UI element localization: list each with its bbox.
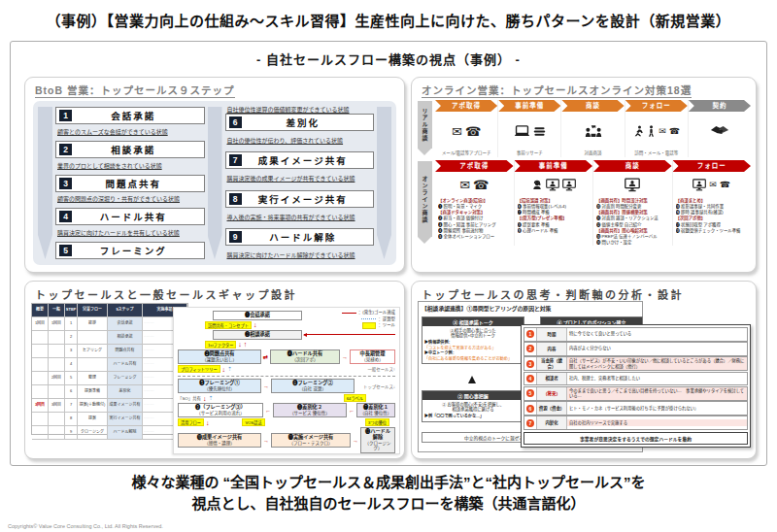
cell-round: [32, 426, 49, 439]
online-notes-4: 【商談まとめ】⓯ 投影議事録・共同作業⓰ 即時 議事録共有(確認)【次回アポ他】…: [673, 197, 752, 234]
copyright: Copyrights© Value Core Consulting Co., L…: [8, 523, 163, 529]
red-right-arrow: →: [342, 354, 348, 360]
hurdle-row: 2 内容 内容がよく分からない: [524, 342, 748, 356]
gap-panel-title: トップセールスと一般セールスギャップ設計: [25, 282, 404, 302]
red-right-arrow: →: [263, 438, 269, 444]
hurdle-row: 5 （将来） 今のままで良いと思う／そこまで高い目標を持っていない… 事業承継や…: [524, 386, 748, 401]
hurdle-category: （将来）: [536, 387, 567, 400]
stage-chevron: アポ取得: [435, 100, 497, 112]
legend-row: ：逆算型: [342, 316, 395, 323]
cell-round: [32, 331, 49, 344]
gap-panel: トップセールスと一般セールスギャップ設計 概要一般STEP営業フロー9ステップ実…: [24, 281, 405, 459]
tool-label: 訪問共有・コンセプト: [205, 321, 252, 329]
cell-round: 3回目: [32, 399, 49, 412]
gap-flowchart: ：(発生)ゴール達成 ：逆算型 ：ツール ❶会話承諾 訪問共有・コンセプト↓ ❷…: [173, 307, 400, 454]
hurdle-number-badge: 5: [524, 389, 536, 397]
tool-label: プロフィットツリー: [178, 365, 220, 373]
stage-chevron: 商談: [593, 160, 672, 172]
hurdle-category: 相談者: [536, 373, 567, 385]
hurdle-number-badge: 1: [524, 330, 536, 338]
cell-flow: ヒアリング: [78, 345, 108, 357]
gap-header-cell: 9ステップ: [108, 304, 143, 316]
step-box: 9 ハードル解除: [225, 228, 375, 246]
handshake-icon: [710, 124, 729, 138]
hurdle-category: 当金庫（競合）: [536, 357, 567, 370]
cell-9step: 相談承諾: [108, 331, 143, 344]
gap-table-row: 3回目 3回目 7 提案(＋動機付) 成果イメージ共有 ········: [32, 399, 187, 413]
gap-table-row: 6 提案準備 差別化 ········: [32, 385, 187, 399]
hurdle-category: 内容: [536, 343, 567, 355]
step-description: 購買決定に向けたハードル解除ができている状態: [225, 252, 375, 259]
online-notes-3: 【画面共有】時間設計対策❿ 対面別 時間配分変更【画面共有】関係構築対策⓫ 対面…: [593, 197, 672, 246]
cell-flow: [78, 358, 108, 371]
monitor-person-icon: [693, 179, 706, 191]
tool-label: 3つの優位: [365, 418, 389, 426]
walking-person-icon: [647, 125, 656, 137]
legend-label: ：(発生)ゴール達成: [358, 310, 395, 316]
hurdle-row: 1 時期 特に今でなくて良いと思っている: [524, 327, 748, 342]
stage-chevron: 事前準備: [515, 160, 593, 172]
cell-round: [32, 385, 49, 398]
step-label: ハードル共有: [75, 210, 204, 223]
flow-box-9: ❾（フレーミング③）（サービス利用の流れ）: [178, 403, 263, 417]
note-line: ⓮ 問いかけ・設定: [596, 240, 670, 246]
flow-box-2: ❷相談承諾: [213, 330, 302, 340]
hurdle-row: 7 内製化 自社の社内リソースで実施する: [524, 416, 748, 430]
red-down-arrow: ↓: [238, 341, 242, 348]
online-panel-title: オンライン営業：トップセールスオンライン対策18選: [412, 78, 756, 97]
black-up-arrow: [468, 376, 476, 383]
cell-step: 7: [65, 399, 78, 412]
online-row: オンライン商談 アポ取得 ✉ ☎ 【オンライン商談(環境)】❶ 照明・背景・マイ…: [418, 160, 751, 246]
stage-chevron: 契約: [689, 100, 751, 112]
hurdle-text: 社内、税理士、実務者等と相談したい: [567, 375, 747, 382]
cell-visit: 2回目: [49, 372, 65, 384]
steps-column-2-items: 6 差別化 自社の優位性が伝わり、評価されている状態 7 成果イメージ共有 購買…: [225, 114, 375, 259]
blue-up-arrow: ⇡: [208, 395, 213, 401]
red-long-arrow: [304, 334, 395, 335]
red-down-arrow: ↓: [222, 366, 226, 373]
legend-label: ：ツール: [378, 322, 395, 329]
cell-round: [32, 372, 49, 384]
gap-table-header: 概要一般STEP営業フロー9ステップ実施事項: [32, 304, 187, 317]
stage-chevron: フォロー: [625, 100, 688, 112]
document-stack-icon: [533, 126, 546, 137]
hurdle-text: 今のままで良いと思う／そこまで高い目標を持っていない… 事業承継やリタイアを検討…: [567, 387, 747, 400]
tool-label: 活用フロー: [178, 418, 204, 426]
step-box: 1 会話承諾: [55, 107, 205, 124]
real-col-appointment: アポ取得 ✉ ☎ メール/電話等アプローチ: [435, 100, 497, 157]
online-panel: オンライン営業：トップセールスオンライン対策18選 リアル商談 アポ取得 ✉ ☎…: [411, 77, 757, 273]
step-box: 8 実行イメージ共有: [225, 190, 375, 208]
hurdle-category: 内製化: [536, 416, 567, 429]
step-label: 差別化: [245, 116, 374, 129]
flow-box-longterm: 中長期管理（見極め）: [350, 349, 395, 364]
flow-box-10: ❿成果イメージ共有（感情・論理）: [178, 433, 261, 448]
step-number: 1: [59, 110, 72, 121]
online-row-label: オンライン商談: [418, 161, 432, 237]
interest-box: ② 関心事把握 ② お客様の関心(不安)を把握し、 相談承諾獲得に繋げる ▶例「…: [422, 390, 524, 422]
legend-label: ：逆算型: [378, 316, 395, 323]
online-col-preparation: 事前準備 【環境認識 対策】❻ 事前情報収集(レベル4)❼ 時間構成 準備【(双…: [514, 160, 593, 246]
hurdle-number-badge: 6: [524, 405, 536, 413]
hurdle-table: 1 時期 特に今でなくて良いと思っている 2 内容 内容がよく分からない 3 当…: [521, 324, 751, 448]
step-number: 8: [229, 193, 242, 205]
stage-caption: メール/電話等アプローチ: [435, 150, 497, 157]
red-right-arrow: →: [353, 438, 358, 444]
gap-mini-table: 概要一般STEP営業フロー9ステップ実施事項 1回目 1回目 1 挨拶 会話承諾…: [31, 303, 188, 435]
hurdle-row: 4 相談者 社内、税理士、実務者等と相談したい: [524, 372, 748, 386]
step-description: 業界のプロとして相談をされている状態: [55, 163, 205, 170]
gap-header-cell: 概要: [32, 304, 49, 316]
step-number: 5: [59, 245, 72, 256]
phone-icon: ☎: [720, 181, 730, 189]
phone-icon: ☎: [473, 179, 489, 191]
stage-chevron: アポ取得: [435, 160, 514, 172]
gap-table-row: 2 相談承諾 ········: [32, 331, 187, 345]
red-up-arrow: ↑: [244, 341, 248, 348]
hurdle-row: 3 当金庫（競合） 自社（サービス）が不安・いい印象がない／他に相談しているとこ…: [524, 356, 748, 371]
blue-up-arrow: ⇡: [227, 366, 232, 372]
cell-visit: [49, 385, 65, 398]
step-description: 購買決定後の成果イメージが共有できている状態: [225, 176, 375, 183]
cell-flow: クロージング: [78, 426, 108, 439]
steps-column-1: 1 会話承諾 顧客とのスムーズな会話ができている状態 2 相談承諾 業界のプロと…: [55, 107, 205, 259]
diagram-header: 【相談承認連携】①尋問型ヒアリングの原因と対策: [422, 304, 639, 313]
step-description: 自社優位性逆算の価値観変更ができている状態: [225, 107, 375, 114]
